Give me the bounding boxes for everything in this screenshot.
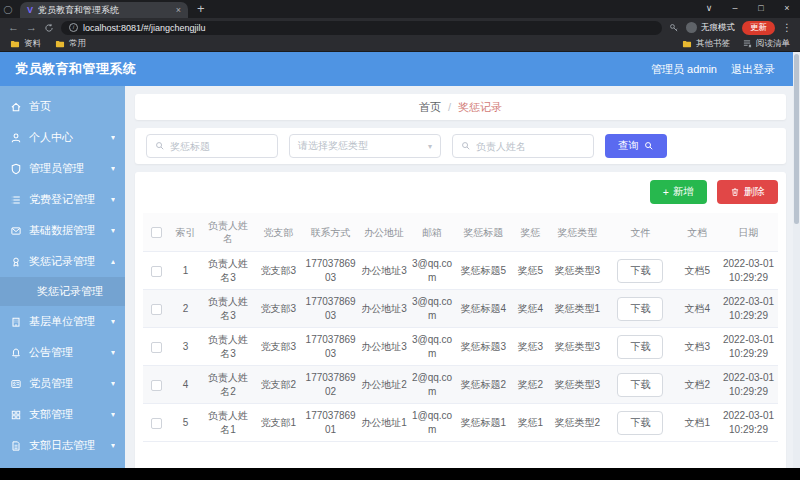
sidebar-item[interactable]: 公告管理▾ <box>0 337 125 368</box>
browser-tab[interactable]: V 党员教育和管理系统 × <box>20 2 188 18</box>
bookmark-folder[interactable]: 资料 <box>10 38 41 50</box>
download-button[interactable]: 下载 <box>617 411 663 435</box>
download-button[interactable]: 下载 <box>617 335 663 359</box>
records-panel: + 新增 删除 索引负责人姓名党支部联系方式办公地址邮箱奖惩标题奖惩奖惩类型文件… <box>135 172 786 468</box>
download-button[interactable]: 下载 <box>617 297 663 321</box>
page-scrollbar[interactable] <box>793 52 800 468</box>
tab-search-icon[interactable]: ∨ <box>696 0 722 18</box>
table-actions: + 新增 删除 <box>143 180 778 204</box>
maximize-button[interactable]: □ <box>748 0 774 18</box>
home-icon <box>10 101 22 113</box>
cell-doc: 文档5 <box>675 252 719 290</box>
fee-icon <box>10 194 22 206</box>
browser-menu-icon[interactable]: ⋮ <box>782 22 792 33</box>
branch-icon <box>10 409 22 421</box>
close-button[interactable]: × <box>774 0 800 18</box>
cell-doc: 文档2 <box>675 366 719 404</box>
column-header: 党支部 <box>254 213 302 252</box>
minimize-button[interactable]: – <box>722 0 748 18</box>
cell-name: 负责人姓名3 <box>202 290 254 328</box>
folder-icon <box>10 39 20 49</box>
row-checkbox[interactable] <box>151 266 162 277</box>
delete-button[interactable]: 删除 <box>717 180 778 204</box>
cell-award: 奖惩2 <box>512 366 549 404</box>
sidebar-item[interactable]: 党员管理▾ <box>0 368 125 399</box>
sidebar-item-label: 党员管理 <box>29 376 73 391</box>
cell-date: 2022-03-01 10:29:29 <box>719 366 778 404</box>
column-header: 负责人姓名 <box>202 213 254 252</box>
records-table: 索引负责人姓名党支部联系方式办公地址邮箱奖惩标题奖惩奖惩类型文件文档日期1负责人… <box>143 213 778 442</box>
reading-list[interactable]: 阅读清单 <box>742 38 790 50</box>
cell-index: 5 <box>169 404 202 442</box>
chevron-down-icon: ▾ <box>111 317 115 326</box>
site-info-icon[interactable]: i <box>69 23 78 32</box>
bookmark-folder[interactable]: 常用 <box>55 38 86 50</box>
title-search-input[interactable] <box>170 141 269 152</box>
back-button[interactable]: ← <box>8 22 19 33</box>
breadcrumb-home[interactable]: 首页 <box>419 100 441 115</box>
refresh-button[interactable] <box>44 23 54 33</box>
current-user-label: 管理员 admin <box>651 62 717 77</box>
cell-email: 2@qq.com <box>409 366 455 404</box>
sidebar-item[interactable]: 基层单位管理▾ <box>0 306 125 337</box>
sidebar-item[interactable]: 支部日志管理▾ <box>0 430 125 461</box>
download-button[interactable]: 下载 <box>617 373 663 397</box>
cell-email: 1@qq.com <box>409 404 455 442</box>
row-checkbox[interactable] <box>151 304 162 315</box>
column-header: 文档 <box>675 213 719 252</box>
cell-branch: 党支部1 <box>254 404 302 442</box>
scrollbar-thumb[interactable] <box>794 54 799 224</box>
sidebar-subitem[interactable]: 奖惩记录管理 <box>0 277 125 306</box>
sidebar-item-label: 管理员管理 <box>29 161 84 176</box>
search-bar: 请选择奖惩类型 ▾ 查询 <box>135 128 786 164</box>
sidebar-item[interactable]: 个人中心▾ <box>0 122 125 153</box>
add-button[interactable]: + 新增 <box>650 180 707 204</box>
select-all-checkbox[interactable] <box>151 227 162 238</box>
cell-phone: 17703786903 <box>302 328 359 366</box>
forward-button[interactable]: → <box>26 22 37 33</box>
download-button[interactable]: 下载 <box>617 259 663 283</box>
column-header: 奖惩 <box>512 213 549 252</box>
sidebar-item-label: 基础数据管理 <box>29 223 95 238</box>
cell-email: 3@qq.com <box>409 290 455 328</box>
sidebar-item[interactable]: 首页 <box>0 91 125 122</box>
sidebar-item[interactable]: 党费登记管理▾ <box>0 184 125 215</box>
chevron-down-icon: ▾ <box>111 441 115 450</box>
address-bar[interactable]: i localhost:8081/#/jiangchengjilu <box>61 21 662 35</box>
key-icon[interactable] <box>669 23 679 33</box>
plus-icon: + <box>663 186 669 198</box>
row-checkbox[interactable] <box>151 418 162 429</box>
cell-index: 3 <box>169 328 202 366</box>
sidebar-item[interactable]: 基础数据管理▾ <box>0 215 125 246</box>
other-bookmarks[interactable]: 其他书签 <box>682 38 730 50</box>
tab-close-icon[interactable]: × <box>176 5 181 15</box>
sidebar-item[interactable]: 奖惩记录管理▴ <box>0 246 125 277</box>
cell-phone: 17703786903 <box>302 290 359 328</box>
sidebar-item-label: 党费登记管理 <box>29 192 95 207</box>
url-text: localhost:8081/#/jiangchengjilu <box>83 23 206 33</box>
sidebar-item-label: 支部日志管理 <box>29 438 95 453</box>
type-select[interactable]: 请选择奖惩类型 ▾ <box>289 134 441 158</box>
logout-link[interactable]: 退出登录 <box>731 62 775 77</box>
name-search-input[interactable] <box>476 141 585 152</box>
cell-type: 奖惩类型3 <box>549 366 606 404</box>
column-header: 联系方式 <box>302 213 359 252</box>
chevron-down-icon: ▾ <box>428 142 432 151</box>
cell-date: 2022-03-01 10:29:29 <box>719 290 778 328</box>
sidebar-item[interactable]: 支部管理▾ <box>0 399 125 430</box>
row-checkbox[interactable] <box>151 342 162 353</box>
window-bottom-edge <box>0 468 800 480</box>
sidebar-item[interactable]: 管理员管理▾ <box>0 153 125 184</box>
browser-update-button[interactable]: 更新 <box>742 21 775 35</box>
window-menu-icon[interactable]: ◯ <box>0 5 16 14</box>
column-header: 办公地址 <box>359 213 409 252</box>
query-button[interactable]: 查询 <box>605 134 667 158</box>
column-header: 日期 <box>719 213 778 252</box>
new-tab-button[interactable]: + <box>197 2 205 16</box>
row-checkbox[interactable] <box>151 380 162 391</box>
reading-list-icon <box>742 39 752 49</box>
cell-type: 奖惩类型3 <box>549 328 606 366</box>
cell-phone: 17703786902 <box>302 366 359 404</box>
cell-email: 3@qq.com <box>409 252 455 290</box>
cell-award: 奖惩3 <box>512 328 549 366</box>
